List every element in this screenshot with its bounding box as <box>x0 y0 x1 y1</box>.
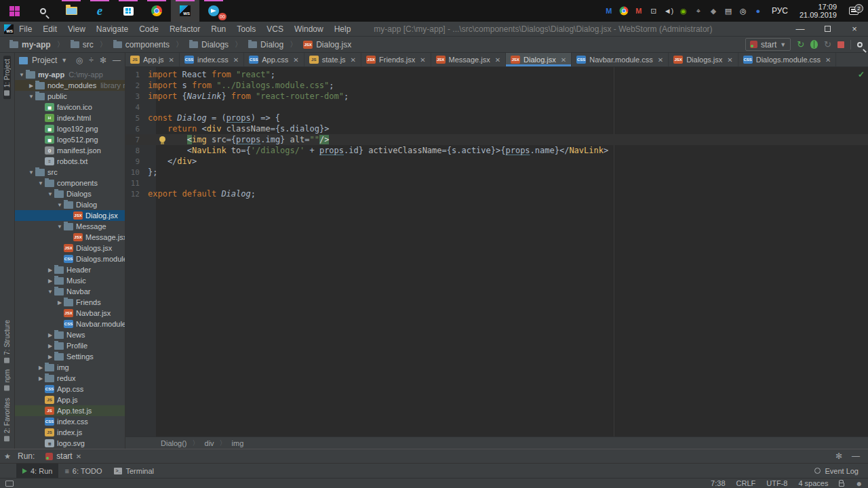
tab-Dialog.jsx[interactable]: JSXDialog.jsx✕ <box>506 53 572 66</box>
tree-row-Message[interactable]: ▼Message <box>15 221 125 232</box>
restore-button[interactable] <box>814 24 841 34</box>
debug-button[interactable] <box>810 40 818 49</box>
chevron-down-icon[interactable]: ▼ <box>27 169 35 176</box>
chevron-right-icon[interactable]: ▶ <box>56 300 64 306</box>
tab-close-icon[interactable]: ✕ <box>169 56 174 64</box>
tree-row-Settings[interactable]: ▶Settings <box>15 351 125 362</box>
volume-tray-icon[interactable]: ◄) <box>661 3 676 18</box>
project-view-selector[interactable]: Project <box>32 56 57 65</box>
tree-row-favicon.ico[interactable]: ▦favicon.ico <box>15 102 125 113</box>
tree-row-Navbar.jsx[interactable]: JSXNavbar.jsx <box>15 308 125 319</box>
tab-App.js[interactable]: JSApp.js✕ <box>125 53 180 66</box>
chevron-down-icon[interactable]: ▼ <box>61 57 67 64</box>
tab-close-icon[interactable]: ✕ <box>351 56 356 64</box>
tree-row-App.css[interactable]: CSSApp.css <box>15 384 125 394</box>
menu-refactor[interactable]: Refactor <box>164 24 205 34</box>
taskbar-button-chrome[interactable] <box>142 0 171 22</box>
tree-row-Profile[interactable]: ▶Profile <box>15 340 125 351</box>
shield-tray-icon[interactable]: ◆ <box>706 3 721 18</box>
run-tab-start[interactable]: start ✕ <box>41 449 85 463</box>
taskbar-button-telegram[interactable]: 00 <box>199 0 228 22</box>
tree-row-node_modules[interactable]: ▶node_moduleslibrary root <box>15 80 125 91</box>
chevron-right-icon[interactable]: ▶ <box>46 343 54 349</box>
tab-Dialogs.module.css[interactable]: CSSDialogs.module.css✕ <box>738 53 837 66</box>
tree-row-Dialogs[interactable]: ▼Dialogs <box>15 188 125 199</box>
action-center-button[interactable]: 2 <box>844 7 864 15</box>
tree-row-App.js[interactable]: JSApp.js <box>15 394 125 405</box>
tree-row-img[interactable]: ▶img <box>15 362 125 373</box>
tab-close-icon[interactable]: ✕ <box>293 56 298 64</box>
code-line-3[interactable]: 3import {NavLink} from "react-router-dom… <box>125 91 868 102</box>
chevron-down-icon[interactable]: ▼ <box>56 202 64 208</box>
line-ending-indicator[interactable]: CRLF <box>736 479 756 487</box>
highlighting-level-icon[interactable]: ☻ <box>855 480 863 487</box>
menu-navigate[interactable]: Navigate <box>91 24 134 34</box>
chevron-right-icon[interactable]: ▶ <box>46 278 54 284</box>
tab-close-icon[interactable]: ✕ <box>825 56 831 64</box>
taskbar-button-start[interactable] <box>0 0 28 22</box>
tree-row-src[interactable]: ▼src <box>15 167 125 178</box>
menu-tools[interactable]: Tools <box>231 24 261 34</box>
tree-row-Dialogs.module.cs[interactable]: CSSDialogs.module.cs <box>15 253 125 264</box>
ups-tray-icon[interactable]: ▤ <box>721 3 736 18</box>
taskbar-button-webstorm[interactable]: WS <box>171 0 199 22</box>
taskbar-button-explorer[interactable] <box>57 0 85 22</box>
tree-row-index.js[interactable]: JSindex.js <box>15 427 125 438</box>
code-line-5[interactable]: 5const Dialog = (props) => { <box>125 113 868 123</box>
tool-button-4-run[interactable]: 4: Run <box>16 464 58 478</box>
tab-Message.jsx[interactable]: JSXMessage.jsx✕ <box>431 53 507 66</box>
code-line-9[interactable]: 9 </div> <box>125 156 868 167</box>
tab-Dialogs.jsx[interactable]: JSXDialogs.jsx✕ <box>669 53 738 66</box>
tab-close-icon[interactable]: ✕ <box>495 56 500 64</box>
editor-breadcrumb-img[interactable]: img <box>232 439 244 447</box>
locate-file-button[interactable]: ◎ <box>76 56 83 65</box>
close-icon[interactable]: ✕ <box>76 453 81 460</box>
chevron-down-icon[interactable]: ▼ <box>56 224 64 230</box>
chevron-right-icon[interactable]: ▶ <box>46 332 54 338</box>
tree-row-Dialog[interactable]: ▼Dialog <box>15 199 125 210</box>
editor-body[interactable]: ✓ 1import React from "react";2import s f… <box>125 67 868 436</box>
code-line-7[interactable]: 7 <img src={props.img} alt=""/> <box>125 134 868 145</box>
breadcrumb-item-Dialogs[interactable]: Dialogs <box>189 40 229 49</box>
tree-row-redux[interactable]: ▶redux <box>15 373 125 384</box>
encoding-indicator[interactable]: UTF-8 <box>766 479 787 487</box>
taskbar-button-store[interactable] <box>114 0 142 22</box>
malwarebytes-alert-tray-icon[interactable]: M <box>631 3 646 18</box>
tree-row-Message.jsx[interactable]: JSXMessage.jsx <box>15 232 125 243</box>
tool-button-2-favorites[interactable]: 2: Favorites <box>3 394 11 445</box>
tab-close-icon[interactable]: ✕ <box>658 56 663 64</box>
tab-state.js[interactable]: JSstate.js✕ <box>304 53 361 66</box>
tool-button-project[interactable]: 1: Project <box>3 56 11 99</box>
tree-row-App.test.js[interactable]: JSApp.test.js <box>15 405 125 416</box>
nvidia-tray-icon[interactable]: ◉ <box>676 3 691 18</box>
breadcrumb-item-Dialog.jsx[interactable]: JSXDialog.jsx <box>303 40 351 49</box>
tree-row-Navbar.module.cs[interactable]: CSSNavbar.module.cs <box>15 319 125 329</box>
chevron-right-icon[interactable]: ▶ <box>37 365 45 371</box>
code-line-12[interactable]: 12export default Dialog; <box>125 188 868 199</box>
tree-row-index.css[interactable]: CSSindex.css <box>15 416 125 427</box>
tree-row-News[interactable]: ▶News <box>15 329 125 340</box>
menu-window[interactable]: Window <box>289 24 329 34</box>
menu-view[interactable]: View <box>62 24 91 34</box>
chevron-right-icon[interactable]: ▶ <box>46 267 54 273</box>
malwarebytes-tray-icon[interactable]: M <box>601 3 616 18</box>
taskbar-clock[interactable]: 17:09 21.09.2019 <box>794 3 842 19</box>
code-line-8[interactable]: 8 <NavLink to={'/dialogs/' + props.id} a… <box>125 145 868 156</box>
code-line-11[interactable]: 11 <box>125 178 868 188</box>
toolwindow-switcher-icon[interactable] <box>5 481 14 487</box>
language-indicator[interactable]: РУС <box>767 6 793 16</box>
tree-row-Navbar[interactable]: ▼Navbar <box>15 286 125 297</box>
tree-row-Dialog.jsx[interactable]: JSXDialog.jsx <box>15 210 125 221</box>
favorites-tool-icon[interactable]: ★ <box>0 452 15 461</box>
hide-panel-button[interactable]: — <box>113 56 121 65</box>
chevron-right-icon[interactable]: ▶ <box>27 83 35 89</box>
stop-button[interactable] <box>837 41 844 48</box>
tree-row-public[interactable]: ▼public <box>15 91 125 102</box>
code-line-4[interactable]: 4 <box>125 102 868 113</box>
tab-close-icon[interactable]: ✕ <box>233 56 239 64</box>
coverage-button[interactable]: ↻ <box>824 40 831 49</box>
tool-button-7-structure[interactable]: 7: Structure <box>3 317 11 367</box>
event-log-button[interactable]: Event Log <box>814 464 868 478</box>
taskbar-button-edge[interactable]: e <box>85 0 114 22</box>
chrome-tray-icon[interactable] <box>616 3 631 18</box>
